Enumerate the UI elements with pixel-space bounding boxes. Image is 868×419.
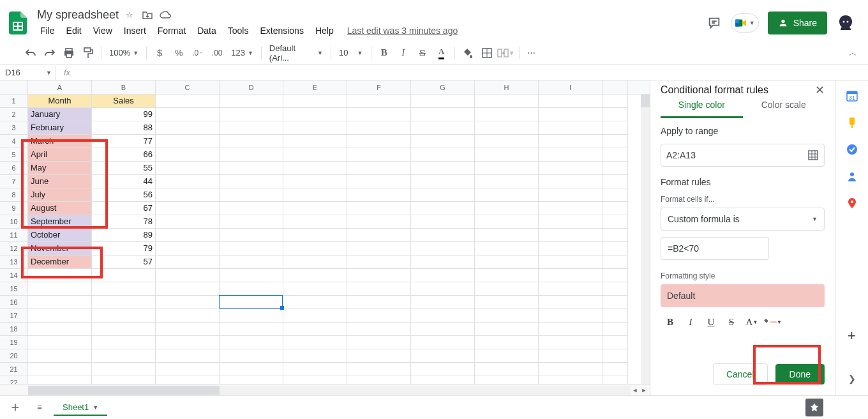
cell[interactable] <box>475 175 539 188</box>
cloud-icon[interactable] <box>160 9 171 20</box>
formula-input[interactable]: =B2<70 <box>661 237 769 260</box>
cell[interactable] <box>475 229 539 242</box>
cell[interactable] <box>220 229 283 242</box>
cell[interactable] <box>475 148 539 162</box>
cell[interactable]: 57 <box>92 255 156 269</box>
row-header-3[interactable]: 3 <box>0 121 28 135</box>
cell[interactable] <box>411 135 475 148</box>
cell[interactable] <box>283 282 347 296</box>
style-preview[interactable]: Default <box>661 284 825 307</box>
column-header-E[interactable]: E <box>283 80 347 94</box>
cell[interactable] <box>156 296 220 309</box>
cell[interactable] <box>411 296 475 309</box>
last-edit-text[interactable]: Last edit was 3 minutes ago <box>347 26 458 36</box>
cell[interactable] <box>156 108 220 121</box>
cell[interactable] <box>347 269 411 282</box>
cell[interactable] <box>156 269 220 282</box>
cell[interactable] <box>92 336 156 349</box>
cell[interactable] <box>220 282 283 296</box>
hscroll-right-icon[interactable]: ► <box>640 386 648 395</box>
cell[interactable] <box>283 175 347 188</box>
menu-format[interactable]: Format <box>152 23 191 38</box>
menu-data[interactable]: Data <box>191 23 222 38</box>
cell[interactable] <box>411 121 475 135</box>
redo-icon[interactable] <box>41 44 59 62</box>
cell[interactable] <box>539 175 602 188</box>
cell[interactable] <box>347 108 411 121</box>
cell[interactable] <box>28 282 92 296</box>
menu-insert[interactable]: Insert <box>118 23 152 38</box>
mini-strike-icon[interactable]: S <box>722 312 741 331</box>
cell[interactable] <box>539 108 602 121</box>
explore-icon[interactable] <box>805 399 823 416</box>
cell[interactable] <box>28 296 92 309</box>
cell[interactable] <box>156 175 220 188</box>
cell[interactable]: 44 <box>92 175 156 188</box>
cell[interactable]: November <box>28 242 92 255</box>
account-avatar[interactable] <box>836 13 855 33</box>
cell[interactable] <box>156 229 220 242</box>
cell[interactable] <box>283 162 347 175</box>
cell[interactable] <box>283 95 347 108</box>
row-header-8[interactable]: 8 <box>0 188 28 202</box>
cell[interactable] <box>475 242 539 255</box>
cell[interactable] <box>539 121 602 135</box>
cell[interactable] <box>411 363 475 376</box>
cell[interactable] <box>92 296 156 309</box>
cell[interactable] <box>92 363 156 376</box>
cell[interactable] <box>539 309 602 323</box>
cell[interactable] <box>220 121 283 135</box>
text-color-icon[interactable]: A <box>433 44 451 62</box>
comments-icon[interactable] <box>707 15 722 31</box>
tasks-icon[interactable] <box>846 143 858 156</box>
decrease-decimal-icon[interactable]: .0← <box>189 44 207 62</box>
cell[interactable] <box>28 363 92 376</box>
cell[interactable] <box>347 121 411 135</box>
cell[interactable] <box>283 148 347 162</box>
font-size-select[interactable]: 10 ▼ <box>335 44 367 62</box>
cell[interactable] <box>475 255 539 269</box>
column-header-F[interactable]: F <box>347 80 411 94</box>
cell[interactable]: 89 <box>92 229 156 242</box>
cell[interactable] <box>220 162 283 175</box>
cell[interactable] <box>411 188 475 202</box>
tab-color-scale[interactable]: Color scale <box>743 93 825 118</box>
cell[interactable] <box>475 269 539 282</box>
cell[interactable] <box>411 108 475 121</box>
print-icon[interactable] <box>60 44 78 62</box>
mini-fill-color-icon[interactable]: ▼ <box>763 312 782 331</box>
cell[interactable] <box>411 323 475 336</box>
row-header-20[interactable]: 20 <box>0 349 28 363</box>
column-header-D[interactable]: D <box>220 80 283 94</box>
cell[interactable] <box>411 202 475 215</box>
column-header-I[interactable]: I <box>539 80 602 94</box>
bold-icon[interactable]: B <box>375 44 393 62</box>
cell[interactable]: Sales <box>92 95 156 108</box>
cell[interactable] <box>539 363 602 376</box>
cell[interactable]: May <box>28 162 92 175</box>
cell[interactable] <box>92 349 156 363</box>
contacts-icon[interactable] <box>846 170 858 183</box>
cell[interactable] <box>539 255 602 269</box>
collapse-toolbar-icon[interactable]: ︿ <box>844 44 862 62</box>
cell[interactable] <box>220 242 283 255</box>
cell[interactable] <box>220 202 283 215</box>
cell[interactable] <box>475 202 539 215</box>
cell[interactable] <box>156 323 220 336</box>
cell[interactable] <box>539 336 602 349</box>
cell[interactable] <box>283 188 347 202</box>
row-header-2[interactable]: 2 <box>0 108 28 121</box>
cell[interactable] <box>220 296 283 309</box>
cell[interactable] <box>156 309 220 323</box>
menu-help[interactable]: Help <box>310 23 340 38</box>
cell[interactable] <box>347 255 411 269</box>
cell[interactable] <box>539 148 602 162</box>
borders-icon[interactable] <box>478 44 496 62</box>
cell[interactable] <box>220 188 283 202</box>
column-header-H[interactable]: H <box>475 80 539 94</box>
addons-plus-icon[interactable]: + <box>848 328 856 344</box>
cell[interactable] <box>539 269 602 282</box>
spreadsheet-grid[interactable]: ABCDEFGHI 1MonthSales2January993February… <box>0 80 650 395</box>
cell[interactable] <box>283 135 347 148</box>
vertical-scrollbar[interactable] <box>641 95 650 384</box>
